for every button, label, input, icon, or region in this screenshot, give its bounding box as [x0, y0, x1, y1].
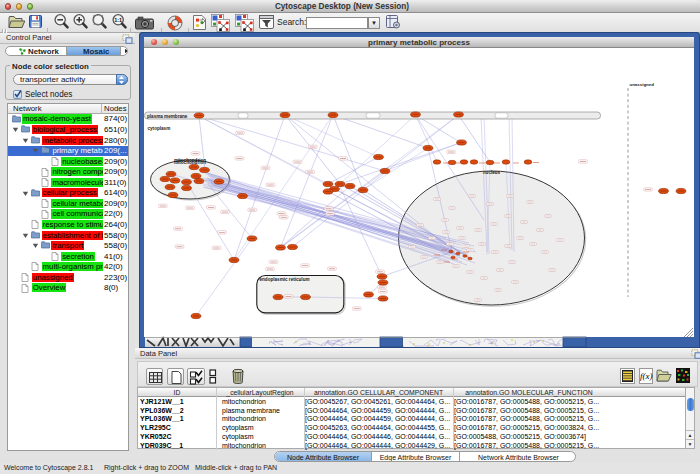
svg-text:plasma membrane: plasma membrane: [147, 114, 188, 119]
svg-text:unassigned: unassigned: [630, 82, 655, 87]
svg-text:nucleus: nucleus: [483, 170, 501, 175]
svg-text:1:1: 1:1: [114, 17, 122, 23]
svg-text:mitochondrion: mitochondrion: [174, 158, 206, 163]
svg-text:endoplasmic reticulum: endoplasmic reticulum: [260, 277, 310, 282]
svg-text:cytoplasm: cytoplasm: [148, 126, 171, 131]
